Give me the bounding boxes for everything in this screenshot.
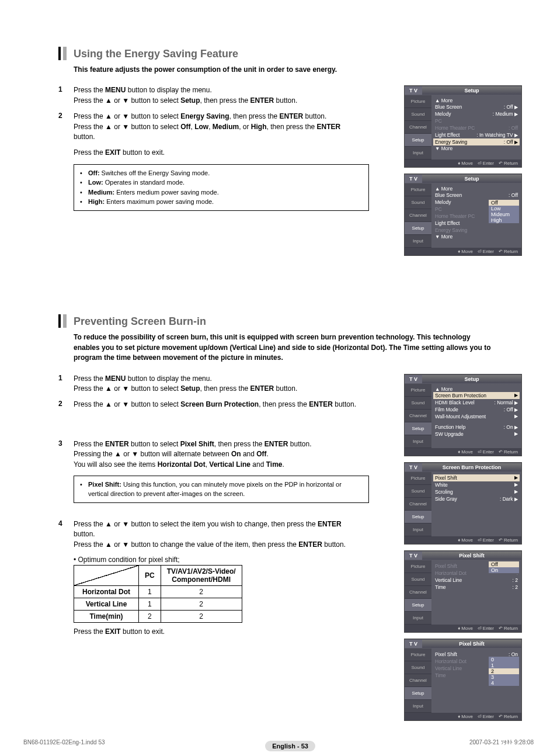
osd-tab-input: Input — [405, 147, 431, 159]
t: Press the — [74, 86, 105, 94]
osd-tabs: Picture Sound Channel Setup Input — [405, 95, 431, 159]
enter-label: ENTER — [280, 112, 304, 120]
osd-title: Setup — [422, 175, 521, 183]
t: , then press the — [229, 112, 280, 120]
osd-row: Blue Screen: Off ▶ — [435, 103, 518, 110]
osd-row-highlight: Energy Saving: Off ▶ — [433, 138, 520, 145]
step-body: Press the MENU button to display the men… — [74, 85, 297, 106]
osd-row: Light Effect: In Watching TV ▶ — [435, 131, 518, 138]
t: button. — [274, 96, 297, 105]
osd-footer: ♦ Move ⏎ Enter ↶ Return — [405, 159, 521, 167]
menu-label: MENU — [105, 86, 126, 94]
osd-tab-setup: Setup — [405, 134, 431, 147]
pixel-shift-note: •Pixel Shift: Using this function, you c… — [74, 476, 369, 503]
osd-tv: T V — [405, 175, 422, 183]
note-text: Enters maximum power saving mode. — [105, 198, 214, 205]
t: Press the — [74, 148, 105, 157]
note-label: Medium: — [88, 189, 114, 196]
osd-row: Melody: Medium ▶ — [435, 110, 518, 117]
osd-option: High — [489, 217, 519, 223]
section-intro: To reduce the possibility of screen burn… — [74, 332, 494, 363]
energy-saving-label: Energy Saving — [180, 112, 229, 120]
off-label: Off — [180, 123, 190, 131]
osd-dropdown: Off On — [486, 561, 519, 573]
osd-pixel-shift-toggle: T V Pixel Shift Picture Sound Channel Se… — [404, 550, 522, 633]
osd-tab-channel: Channel — [405, 121, 431, 134]
step-2: 2 Press the ▲ or ▼ button to select Scre… — [58, 400, 356, 410]
section-intro: This feature adjusts the power consumpti… — [74, 65, 522, 75]
osd-more-down: ▼ More — [435, 145, 518, 151]
osd-option: Off — [489, 200, 519, 206]
note-label: High: — [88, 198, 105, 205]
step-body: Press the ▲ or ▼ button to select Energy… — [74, 112, 356, 158]
osd-title: Setup — [422, 86, 521, 95]
print-date: 2007-03-21 ｿﾀﾈﾄ 9:28:08 — [469, 739, 534, 745]
col-other: TV/AV1/AV2/S-Video/ Component/HDMI — [161, 566, 242, 586]
section-header: Preventing Screen Burn-in — [58, 314, 522, 328]
low-label: Low — [194, 123, 208, 131]
osd-option: Mideum — [489, 211, 519, 217]
t: Press the ▲ or ▼ button to select — [74, 112, 180, 120]
optimum-table: PC TV/AV1/AV2/S-Video/ Component/HDMI Ho… — [74, 565, 242, 623]
t: button. — [303, 112, 326, 120]
step-number: 1 — [58, 85, 74, 93]
high-label: High — [251, 123, 267, 131]
osd-tabs: Picture Sound Channel Setup Input — [405, 183, 431, 248]
osd-dropdown: Off Low Mideum High — [486, 200, 519, 223]
step-1: 1 Press the MENU button to display the m… — [58, 374, 356, 394]
header-bar-dark — [58, 47, 61, 60]
header-bar-light — [63, 47, 67, 60]
note-text: Switches off the Energy Saving mode. — [100, 169, 210, 176]
osd-sbp-menu: T V Screen Burn Protection Picture Sound… — [404, 462, 522, 545]
section-header: Using the Energy Saving Feature — [58, 47, 522, 60]
osd-tab-picture: Picture — [405, 95, 431, 108]
table-row: Horizontal Dot 1 2 — [74, 586, 242, 598]
t: button. — [74, 133, 95, 141]
osd-row: Home Theater PC: Off — [435, 124, 518, 131]
enter-label: ENTER — [317, 123, 341, 131]
step-1: 1 Press the MENU button to display the m… — [58, 85, 356, 106]
col-pc: PC — [139, 566, 161, 586]
t: Press the ▲ or ▼ button to select — [74, 123, 180, 131]
note-text: Operates in standard mode. — [103, 179, 184, 186]
enter-label: ENTER — [250, 96, 274, 105]
medium-label: Medium — [213, 123, 239, 131]
osd-tv: T V — [405, 86, 422, 95]
osd-row: PC — [435, 117, 518, 124]
t: , then press the — [200, 96, 250, 105]
setup-label: Setup — [180, 96, 200, 105]
optimum-label: • Optimum condition for pixel shift; — [74, 556, 394, 564]
osd-dropdown: 0 1 2 3 4 — [486, 657, 519, 686]
note-label: Low: — [88, 179, 103, 186]
source-file: BN68-01192E-02Eng-1.indd 53 — [23, 739, 105, 745]
osd-tab-sound: Sound — [405, 108, 431, 121]
note-label: Off: — [88, 169, 100, 176]
exit-label: EXIT — [105, 148, 121, 157]
t: Press the ▲ or ▼ button to select — [74, 96, 180, 105]
t: button to display the menu. — [126, 86, 211, 94]
t: button to exit. — [121, 148, 165, 157]
t: , then press the — [267, 123, 317, 131]
osd-more-up: ▲ More — [435, 98, 518, 103]
table-row: Vertical Line 1 2 — [74, 598, 242, 611]
section-title: Using the Energy Saving Feature — [74, 47, 238, 60]
table-row: Time(min) 2 2 — [74, 611, 242, 623]
osd-setup-sbp: T V Setup Picture Sound Channel Setup In… — [404, 374, 522, 456]
step-2: 2 Press the ▲ or ▼ button to select Ener… — [58, 112, 356, 158]
osd-pixel-shift-values: T V Pixel Shift Picture Sound Channel Se… — [404, 639, 522, 721]
step-3: 3 Press the ENTER button to select Pixel… — [58, 439, 356, 470]
osd-setup-energy-options: T V Setup Picture Sound Channel Setup In… — [404, 174, 522, 256]
note-text: Enters medium power saving mode. — [114, 189, 219, 196]
section-title: Preventing Screen Burn-in — [74, 314, 206, 328]
print-meta: BN68-01192E-02Eng-1.indd 53 2007-03-21 ｿ… — [23, 739, 534, 745]
mode-notes: •Off: Switches off the Energy Saving mod… — [74, 164, 369, 211]
osd-option: Low — [489, 206, 519, 211]
osd-setup-energy: T V Setup Picture Sound Channel Setup In… — [404, 85, 522, 168]
step-number: 2 — [58, 112, 74, 120]
step-4: 4 Press the ▲ or ▼ button to select the … — [58, 519, 356, 550]
diag-header — [74, 566, 139, 586]
